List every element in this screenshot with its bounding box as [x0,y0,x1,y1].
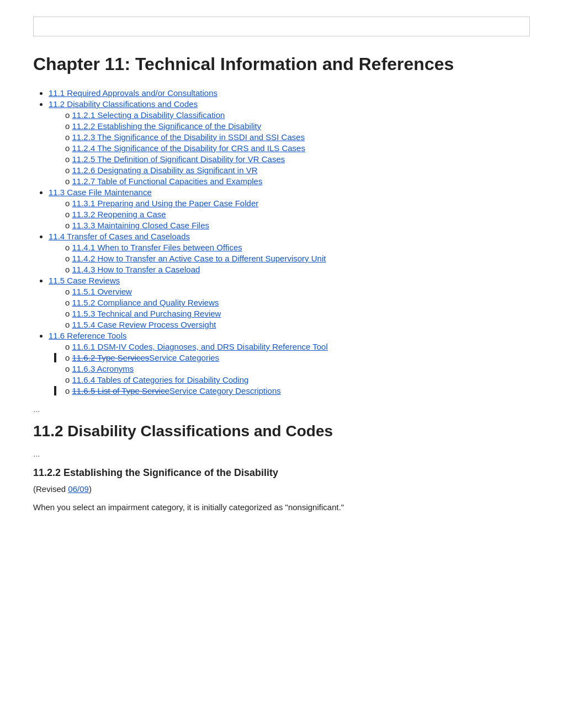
top-bar [33,17,530,36]
chapter-title: Chapter 11: Technical Information and Re… [33,53,530,75]
revised-suffix: ) [89,484,92,494]
toc-sub-item-11-3-2: 11.3.2 Reopening a Case [65,210,530,219]
toc-sub-item-11-4-3: 11.4.3 How to Transfer a Caseload [65,265,530,274]
toc-item-11-6: 11.6 Reference Tools 11.6.1 DSM-IV Codes… [49,331,530,395]
toc-sub-item-11-6-2: 11.6.2 Type ServicesService Categories [65,353,530,362]
revised-line: (Revised 06/09) [33,484,530,494]
toc-sub-item-11-6-3: 11.6.3 Acronyms [65,364,530,373]
toc-link-11-5-1[interactable]: 11.5.1 Overview [72,287,132,296]
toc-item-11-1: 11.1 Required Approvals and/or Consultat… [49,88,530,98]
revised-prefix: (Revised [33,484,68,494]
toc-link-11-2-2[interactable]: 11.2.2 Establishing the Significance of … [72,121,262,131]
revised-link[interactable]: 06/09 [68,484,89,494]
section-112-title: 11.2 Disability Classifications and Code… [33,422,530,440]
toc-link-11-6-2-normal: Service Categories [149,353,219,362]
toc-sub-item-11-4-1: 11.4.1 When to Transfer Files between Of… [65,243,530,252]
sidebar-marker-11-6-2 [54,353,56,362]
toc-sub-item-11-4-2: 11.4.2 How to Transfer an Active Case to… [65,254,530,263]
toc-link-11-6-3[interactable]: 11.6.3 Acronyms [72,364,134,373]
toc-link-11-2[interactable]: 11.2 Disability Classifications and Code… [49,99,198,109]
toc-link-11-6-2[interactable]: 11.6.2 Type ServicesService Categories [72,353,220,362]
toc-link-11-5-2[interactable]: 11.5.2 Compliance and Quality Reviews [72,298,219,307]
toc-sub-item-11-2-7: 11.2.7 Table of Functional Capacities an… [65,176,530,186]
toc-link-11-6-2-strike: 11.6.2 Type Services [72,353,150,362]
toc-link-11-6[interactable]: 11.6 Reference Tools [49,331,126,340]
toc-sublist-11-6: 11.6.1 DSM-IV Codes, Diagnoses, and DRS … [49,342,530,395]
toc-link-11-3-2[interactable]: 11.3.2 Reopening a Case [72,210,166,219]
toc-link-11-5-4[interactable]: 11.5.4 Case Review Process Oversight [72,320,216,329]
body-text-1122: When you select an impairment category, … [33,501,530,514]
toc-sub-item-11-6-5: 11.6.5 List of Type ServiceService Categ… [65,386,530,395]
toc-sub-item-11-5-2: 11.5.2 Compliance and Quality Reviews [65,298,530,307]
toc-link-11-6-5-normal: Service Category Descriptions [169,386,281,395]
toc-sub-item-11-2-4: 11.2.4 The Significance of the Disabilit… [65,143,530,153]
toc-sublist-11-2: 11.2.1 Selecting a Disability Classifica… [49,110,530,186]
toc-link-11-6-5-strike: 11.6.5 List of Type Service [72,386,170,395]
toc-item-11-2: 11.2 Disability Classifications and Code… [49,99,530,186]
toc-link-11-2-5[interactable]: 11.2.5 The Definition of Significant Dis… [72,154,285,164]
toc-link-11-1[interactable]: 11.1 Required Approvals and/or Consultat… [49,88,217,98]
toc-sub-item-11-2-1: 11.2.1 Selecting a Disability Classifica… [65,110,530,120]
ellipsis-1: ... [33,404,530,414]
toc-link-11-2-7[interactable]: 11.2.7 Table of Functional Capacities an… [72,176,263,186]
toc-link-11-4-2[interactable]: 11.4.2 How to Transfer an Active Case to… [72,254,326,263]
toc-link-11-3[interactable]: 11.3 Case File Maintenance [49,188,152,197]
section-1122-title: 11.2.2 Establishing the Significance of … [33,467,530,479]
toc-main-list: 11.1 Required Approvals and/or Consultat… [33,88,530,395]
toc-sub-item-11-6-1: 11.6.1 DSM-IV Codes, Diagnoses, and DRS … [65,342,530,351]
toc-item-11-3: 11.3 Case File Maintenance 11.3.1 Prepar… [49,188,530,230]
page-container: Chapter 11: Technical Information and Re… [0,0,563,728]
toc-sub-item-11-5-3: 11.5.3 Technical and Purchasing Review [65,309,530,318]
toc-sub-item-11-6-4: 11.6.4 Tables of Categories for Disabili… [65,375,530,384]
toc-item-11-4: 11.4 Transfer of Cases and Caseloads 11.… [49,232,530,274]
toc-link-11-4-3[interactable]: 11.4.3 How to Transfer a Caseload [72,265,200,274]
toc-sub-item-11-2-5: 11.2.5 The Definition of Significant Dis… [65,154,530,164]
toc-sublist-11-3: 11.3.1 Preparing and Using the Paper Cas… [49,199,530,230]
toc-sublist-11-4: 11.4.1 When to Transfer Files between Of… [49,243,530,274]
toc-sub-item-11-2-2: 11.2.2 Establishing the Significance of … [65,121,530,131]
toc-link-11-2-4[interactable]: 11.2.4 The Significance of the Disabilit… [72,143,305,153]
toc-link-11-4-1[interactable]: 11.4.1 When to Transfer Files between Of… [72,243,242,252]
toc-link-11-2-1[interactable]: 11.2.1 Selecting a Disability Classifica… [72,110,225,120]
toc-link-11-4[interactable]: 11.4 Transfer of Cases and Caseloads [49,232,190,241]
toc-link-11-6-1[interactable]: 11.6.1 DSM-IV Codes, Diagnoses, and DRS … [72,342,328,351]
toc-sub-item-11-2-6: 11.2.6 Designating a Disability as Signi… [65,165,530,175]
toc-sub-item-11-5-4: 11.5.4 Case Review Process Oversight [65,320,530,329]
ellipsis-2: ... [33,449,530,458]
sidebar-marker-11-6-5 [54,386,56,395]
toc-sub-item-11-5-1: 11.5.1 Overview [65,287,530,296]
toc-sub-item-11-3-3: 11.3.3 Maintaining Closed Case Files [65,221,530,230]
toc-link-11-2-3[interactable]: 11.2.3 The Significance of the Disabilit… [72,132,305,142]
toc-link-11-2-6[interactable]: 11.2.6 Designating a Disability as Signi… [72,165,258,175]
toc-link-11-6-4[interactable]: 11.6.4 Tables of Categories for Disabili… [72,375,249,384]
toc-link-11-5-3[interactable]: 11.5.3 Technical and Purchasing Review [72,309,221,318]
toc-sub-item-11-2-3: 11.2.3 The Significance of the Disabilit… [65,132,530,142]
toc-link-11-5[interactable]: 11.5 Case Reviews [49,276,120,285]
toc-sublist-11-5: 11.5.1 Overview 11.5.2 Compliance and Qu… [49,287,530,329]
toc-sub-item-11-3-1: 11.3.1 Preparing and Using the Paper Cas… [65,199,530,208]
toc-link-11-3-3[interactable]: 11.3.3 Maintaining Closed Case Files [72,221,209,230]
toc-link-11-3-1[interactable]: 11.3.1 Preparing and Using the Paper Cas… [72,199,259,208]
toc-item-11-5: 11.5 Case Reviews 11.5.1 Overview 11.5.2… [49,276,530,329]
toc-link-11-6-5[interactable]: 11.6.5 List of Type ServiceService Categ… [72,386,281,395]
